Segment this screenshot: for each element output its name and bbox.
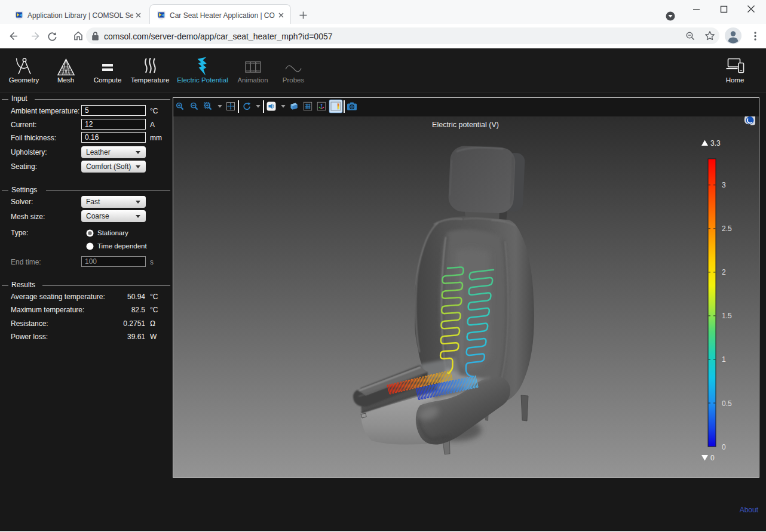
svg-text:1.5: 1.5	[722, 312, 732, 320]
svg-text:0: 0	[710, 454, 715, 462]
svg-text:Electric potential (V): Electric potential (V)	[432, 121, 499, 129]
svg-text:0: 0	[722, 443, 726, 451]
svg-text:3.3: 3.3	[710, 139, 721, 147]
svg-text:2.5: 2.5	[722, 225, 732, 233]
svg-text:3: 3	[722, 181, 726, 189]
svg-text:0.5: 0.5	[722, 399, 732, 408]
svg-text:2: 2	[722, 268, 726, 276]
svg-text:1: 1	[722, 355, 726, 364]
